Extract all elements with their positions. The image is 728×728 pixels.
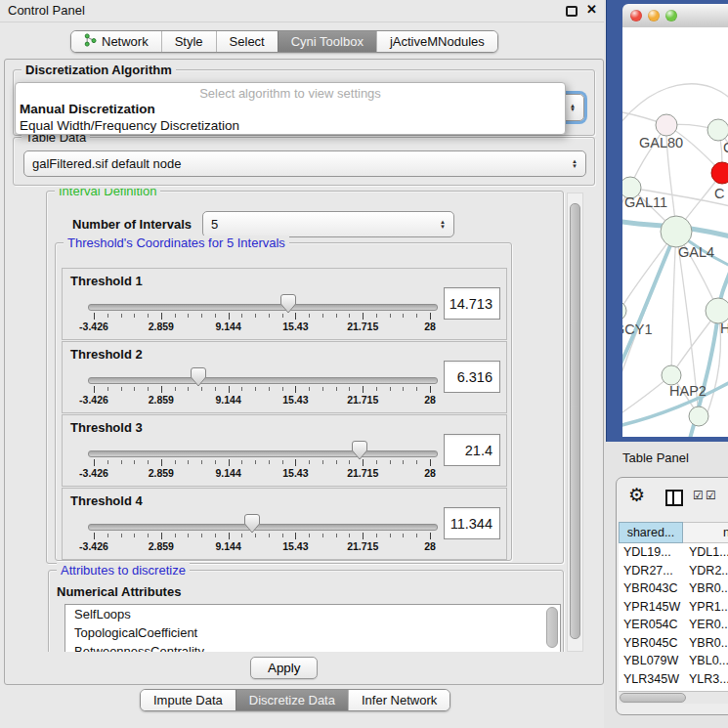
threshold-value-field[interactable]: 14.713 bbox=[444, 287, 500, 320]
list-item[interactable]: SelfLoops bbox=[65, 605, 560, 623]
tick-label: -3.426 bbox=[79, 540, 108, 552]
tab-impute-data[interactable]: Impute Data bbox=[141, 690, 236, 710]
network-node-c[interactable] bbox=[711, 162, 728, 184]
dropdown-item[interactable]: Manual Discretization bbox=[16, 101, 565, 117]
tick-label: 9.144 bbox=[215, 467, 240, 479]
list-item[interactable]: BetweennessCentrality bbox=[65, 642, 560, 652]
threshold-value-field[interactable]: 11.344 bbox=[444, 507, 500, 539]
slider-handle[interactable] bbox=[280, 294, 296, 314]
slider-tick-labels: -3.4262.8599.14415.4321.71528 bbox=[94, 540, 430, 553]
scrollbar-thumb[interactable] bbox=[570, 203, 580, 639]
network-node-gal4[interactable] bbox=[661, 216, 692, 247]
table-row[interactable]: YBR045CYBR0... bbox=[619, 634, 728, 653]
traffic-light-zoom[interactable] bbox=[665, 10, 677, 21]
slider-tick-marks bbox=[94, 313, 430, 321]
split-columns-icon[interactable] bbox=[665, 490, 683, 506]
slider-track[interactable] bbox=[88, 377, 438, 384]
table-row[interactable]: YDR27...YDR2... bbox=[619, 562, 728, 580]
column-checkbox-icon[interactable]: ☑ bbox=[693, 489, 704, 502]
slider-tick-marks bbox=[94, 386, 430, 394]
network-node-hap2[interactable] bbox=[662, 365, 681, 385]
table-row[interactable]: YLR345WYLR3... bbox=[619, 670, 728, 689]
node-label: HAP2 bbox=[669, 383, 707, 399]
network-window: GAL80GACGAL11GAL4GCY1HHAP2 bbox=[606, 0, 728, 442]
threshold-value-field[interactable]: 21.4 bbox=[444, 434, 500, 466]
tab-label: Discretize Data bbox=[249, 693, 335, 707]
network-window-titlebar[interactable] bbox=[622, 4, 728, 28]
tab-jactivemnodules[interactable]: jActiveMNodules bbox=[376, 31, 497, 52]
tab-cyni-toolbox[interactable]: Cyni Toolbox bbox=[278, 31, 376, 52]
network-canvas[interactable]: GAL80GACGAL11GAL4GCY1HHAP2 bbox=[622, 27, 728, 437]
slider-track[interactable] bbox=[88, 450, 438, 457]
tick-mark bbox=[282, 387, 283, 391]
tick-mark bbox=[175, 314, 176, 318]
slider-handle[interactable] bbox=[352, 441, 367, 460]
threshold-label: Threshold 3 bbox=[70, 420, 143, 435]
scrollbar-thumb[interactable] bbox=[620, 693, 686, 703]
apply-button[interactable]: Apply bbox=[250, 657, 318, 679]
tick-label: -3.426 bbox=[79, 467, 108, 479]
table-row[interactable]: YBR043CYBR0... bbox=[619, 579, 728, 598]
tick-mark bbox=[269, 387, 270, 391]
settings-vertical-scrollbar[interactable] bbox=[567, 193, 583, 652]
tab-select[interactable]: Select bbox=[216, 31, 278, 52]
tick-mark bbox=[403, 314, 404, 318]
list-scrollbar-thumb[interactable] bbox=[546, 607, 558, 648]
tick-mark bbox=[229, 313, 230, 320]
tick-mark bbox=[322, 534, 323, 537]
settings-gear-icon[interactable]: ⚙ bbox=[628, 484, 645, 507]
tick-mark bbox=[376, 314, 377, 318]
tick-mark bbox=[148, 534, 149, 537]
tick-label: -3.426 bbox=[79, 321, 108, 332]
threshold-label: Threshold 4 bbox=[70, 493, 143, 508]
slider-handle[interactable] bbox=[244, 514, 260, 534]
tab-discretize-data[interactable]: Discretize Data bbox=[236, 690, 348, 710]
tab-style[interactable]: Style bbox=[161, 31, 216, 52]
table-data-combobox-value: galFiltered.sif default node bbox=[32, 156, 181, 171]
node-label: H bbox=[720, 321, 728, 336]
table-row[interactable]: YER054CYER0... bbox=[619, 616, 728, 634]
close-icon[interactable]: ✕ bbox=[586, 2, 597, 17]
slider-handle[interactable] bbox=[191, 367, 206, 387]
table-data-combobox[interactable]: galFiltered.sif default node ▲▼ bbox=[23, 150, 586, 177]
traffic-light-close[interactable] bbox=[630, 10, 642, 21]
slider-track[interactable] bbox=[88, 524, 438, 531]
tick-label: 2.859 bbox=[149, 394, 174, 406]
dropdown-item[interactable]: Equal Width/Frequency Discretization bbox=[16, 117, 565, 134]
tick-mark bbox=[336, 314, 337, 318]
traffic-light-minimize[interactable] bbox=[648, 10, 660, 21]
tick-mark bbox=[336, 387, 337, 391]
table-row[interactable]: YDL19...YDL1... bbox=[619, 543, 728, 562]
tick-mark bbox=[121, 460, 122, 464]
tab-label: Select bbox=[230, 34, 265, 49]
slider-tick-labels: -3.4262.8599.14415.4321.71528 bbox=[94, 467, 430, 480]
float-window-icon[interactable] bbox=[566, 6, 578, 17]
tick-mark bbox=[215, 314, 216, 318]
network-node-gal80[interactable] bbox=[656, 114, 677, 136]
tick-mark bbox=[255, 387, 256, 391]
list-item[interactable]: TopologicalCoefficient bbox=[65, 623, 560, 642]
tick-mark bbox=[390, 314, 391, 318]
network-node-ga[interactable] bbox=[707, 119, 728, 141]
tick-mark bbox=[363, 313, 364, 320]
table-horizontal-scrollbar[interactable] bbox=[619, 691, 728, 704]
tick-mark bbox=[255, 314, 256, 318]
tick-mark bbox=[349, 314, 350, 318]
network-node[interactable] bbox=[689, 407, 708, 426]
table-row[interactable]: YPR145WYPR1... bbox=[619, 598, 728, 617]
number-of-intervals-combobox[interactable]: 5 ▲▼ bbox=[202, 211, 454, 237]
tab-label: Impute Data bbox=[153, 693, 223, 707]
slider-track[interactable] bbox=[88, 304, 438, 311]
node-label: GAL4 bbox=[678, 244, 714, 260]
column-header-name[interactable]: n bbox=[683, 522, 728, 543]
column-header-shared-name[interactable]: shared... bbox=[619, 522, 683, 543]
threshold-row: Threshold 3-3.4262.8599.14415.4321.71528… bbox=[62, 414, 507, 487]
numerical-attributes-list[interactable]: SelfLoopsTopologicalCoefficientBetweenne… bbox=[64, 604, 561, 652]
cell-name: YLR3... bbox=[683, 670, 728, 689]
threshold-value-field[interactable]: 6.316 bbox=[444, 361, 500, 393]
slider-tick-marks bbox=[94, 459, 430, 467]
tab-infer-network[interactable]: Infer Network bbox=[348, 690, 450, 710]
table-row[interactable]: YBL079WYBL0... bbox=[619, 652, 728, 670]
column-checkbox-icon[interactable]: ☑ bbox=[706, 489, 716, 502]
tab-network[interactable]: Network bbox=[71, 31, 161, 52]
